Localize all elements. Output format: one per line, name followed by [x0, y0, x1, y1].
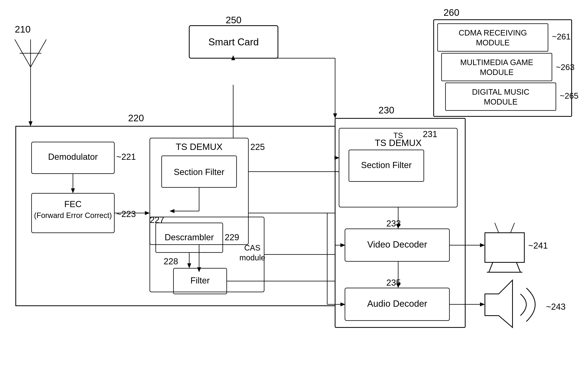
digital-music-label-line2: MODULE — [484, 97, 517, 106]
ts-demux2-ref: 231 — [423, 129, 437, 139]
cdma-label-line2: MODULE — [476, 38, 510, 47]
fec-label-line2: (Forward Error Correct) — [34, 211, 112, 220]
ref-228: 228 — [164, 256, 178, 266]
video-decoder-label: Video Decoder — [367, 239, 427, 249]
antenna-ref: 210 — [15, 24, 31, 34]
multimedia-label-line2: MODULE — [480, 68, 514, 76]
multimedia-ref: ~263 — [556, 63, 575, 72]
fec-label-line1: FEC — [64, 199, 82, 209]
multimedia-label-line1: MULTIMEDIA GAME — [460, 58, 533, 67]
tv-ref: ~241 — [528, 241, 548, 250]
demodulator-ref: ~221 — [116, 152, 136, 161]
block-diagram: 210 220 Demodulator ~221 FEC (Forward Er… — [0, 0, 588, 374]
ts-demux1-label: TS DEMUX — [176, 142, 222, 152]
digital-music-ref: ~265 — [560, 91, 578, 100]
ref-227: 227 — [150, 215, 164, 225]
descrambler-label: Descrambler — [165, 232, 214, 242]
decoder-box-ref: 230 — [378, 105, 394, 115]
cdma-label-line1: CDMA RECEIVING — [459, 28, 527, 37]
ts-demux1-ref: 225 — [250, 142, 265, 152]
fec-ref: ~223 — [116, 209, 136, 219]
digital-music-label-line1: DIGITAL MUSIC — [472, 88, 529, 96]
main-box-ref: 220 — [128, 113, 144, 123]
demodulator-label: Demodulator — [48, 152, 98, 161]
ext-box-ref: 260 — [443, 7, 459, 18]
smart-card-ref: 250 — [226, 15, 242, 25]
descrambler-ref: 229 — [225, 232, 239, 242]
cas-module-label: module — [239, 253, 265, 262]
video-decoder-ref: 233 — [386, 219, 401, 228]
cas-label: CAS — [244, 243, 260, 252]
svg-rect-0 — [0, 0, 588, 374]
speaker-ref: ~243 — [546, 302, 566, 311]
audio-decoder-label: Audio Decoder — [367, 299, 427, 309]
smart-card-label: Smart Card — [208, 36, 259, 48]
ts-label: TS — [393, 131, 403, 140]
section-filter1-label: Section Filter — [174, 167, 224, 177]
filter-label: Filter — [190, 276, 210, 285]
cdma-ref: ~261 — [552, 32, 571, 41]
section-filter2-label: Section Filter — [361, 160, 412, 170]
audio-decoder-ref: 235 — [386, 278, 401, 288]
